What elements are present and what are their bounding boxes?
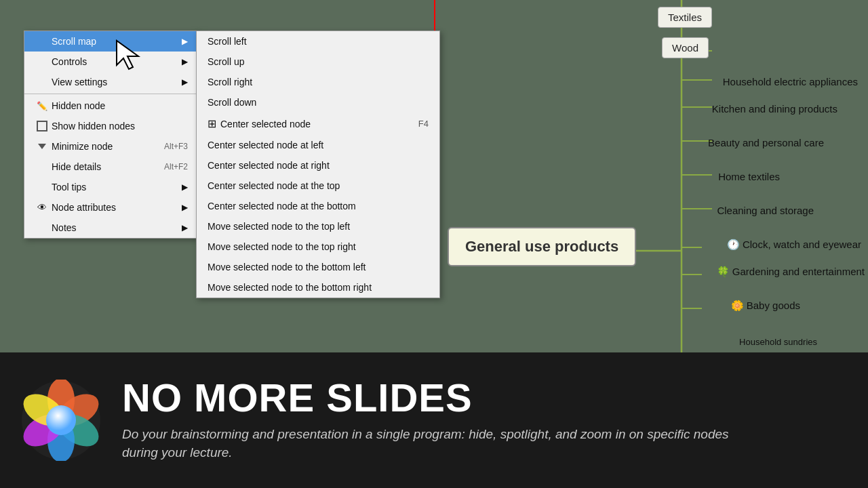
node-home-textiles[interactable]: Home textiles bbox=[718, 171, 780, 182]
node-beauty[interactable]: Beauty and personal care bbox=[708, 137, 824, 148]
arrow-right-icon: ▶ bbox=[182, 57, 188, 66]
menu-item-center-top[interactable]: Center selected node at the top bbox=[197, 176, 439, 196]
menu-item-center-selected[interactable]: ⊞ Center selected node F4 bbox=[197, 113, 439, 135]
menu-item-scroll-map[interactable]: Scroll map ▶ bbox=[24, 31, 196, 52]
eye-icon: 👁 bbox=[33, 202, 52, 213]
menu-item-scroll-left[interactable]: Scroll left bbox=[197, 31, 439, 52]
menu-item-center-bottom[interactable]: Center selected node at the bottom bbox=[197, 196, 439, 216]
node-wood[interactable]: Wood bbox=[662, 37, 709, 58]
menu-item-move-bottom-left[interactable]: Move selected node to the bottom left bbox=[197, 257, 439, 277]
menu-item-hidden-node[interactable]: ✏️ Hidden node bbox=[24, 96, 196, 116]
menu-item-hide-details[interactable]: Hide details Alt+F2 bbox=[24, 157, 196, 177]
node-clock[interactable]: 🕐 Clock, watch and eyewear bbox=[727, 239, 861, 251]
tri-down-icon bbox=[33, 144, 52, 149]
menu-item-move-top-right[interactable]: Move selected node to the top right bbox=[197, 237, 439, 257]
checkbox-icon bbox=[33, 121, 52, 131]
menu-item-scroll-up[interactable]: Scroll up bbox=[197, 52, 439, 72]
menu-item-minimize-node[interactable]: Minimize node Alt+F3 bbox=[24, 136, 196, 157]
app-logo bbox=[20, 380, 102, 461]
secondary-context-menu: Scroll left Scroll up Scroll right Scrol… bbox=[196, 30, 440, 298]
node-household-electric[interactable]: Household electric appliances bbox=[723, 76, 858, 87]
arrow-right-icon: ▶ bbox=[182, 37, 188, 46]
svg-point-20 bbox=[46, 405, 76, 435]
node-kitchen[interactable]: Kitchen and dining products bbox=[712, 103, 837, 115]
menu-item-node-attributes[interactable]: 👁 Node attributes ▶ bbox=[24, 197, 196, 218]
menu-item-center-left[interactable]: Center selected node at left bbox=[197, 135, 439, 155]
arrow-right-icon: ▶ bbox=[182, 77, 188, 87]
menu-divider-1 bbox=[24, 94, 196, 94]
node-gardening[interactable]: 🍀 Gardening and entertainment bbox=[717, 266, 865, 278]
arrow-right-icon: ▶ bbox=[182, 182, 188, 192]
menu-item-notes[interactable]: Notes ▶ bbox=[24, 218, 196, 238]
menu-item-controls[interactable]: Controls ▶ bbox=[24, 52, 196, 72]
menu-item-show-hidden[interactable]: Show hidden nodes bbox=[24, 116, 196, 136]
node-baby[interactable]: 🌼 Baby goods bbox=[731, 300, 800, 312]
node-household-sundries[interactable]: Household sundries bbox=[739, 337, 817, 347]
arrow-right-icon: ▶ bbox=[182, 223, 188, 232]
node-cleaning[interactable]: Cleaning and storage bbox=[717, 205, 814, 216]
general-use-node[interactable]: General use products bbox=[448, 227, 636, 266]
primary-context-menu: Scroll map ▶ Controls ▶ View settings ▶ … bbox=[24, 30, 197, 239]
menu-item-view-settings[interactable]: View settings ▶ bbox=[24, 72, 196, 92]
bottom-banner: NO MORE SLIDES Do your brainstorming and… bbox=[0, 352, 868, 488]
menu-item-center-right[interactable]: Center selected node at right bbox=[197, 155, 439, 176]
menu-item-scroll-right[interactable]: Scroll right bbox=[197, 72, 439, 92]
menu-item-scroll-down[interactable]: Scroll down bbox=[197, 92, 439, 113]
menu-item-move-top-left[interactable]: Move selected node to the top left bbox=[197, 216, 439, 237]
pencil-icon: ✏️ bbox=[33, 101, 52, 111]
banner-subtitle: Do your brainstorming and presentation i… bbox=[122, 426, 732, 462]
banner-title: NO MORE SLIDES bbox=[122, 378, 848, 418]
node-textiles[interactable]: Textiles bbox=[658, 7, 712, 28]
menu-item-tool-tips[interactable]: Tool tips ▶ bbox=[24, 177, 196, 197]
arrow-right-icon: ▶ bbox=[182, 203, 188, 212]
menu-item-move-bottom-right[interactable]: Move selected node to the bottom right bbox=[197, 277, 439, 298]
banner-content: NO MORE SLIDES Do your brainstorming and… bbox=[122, 378, 848, 462]
center-selected-icon: ⊞ bbox=[208, 117, 216, 130]
